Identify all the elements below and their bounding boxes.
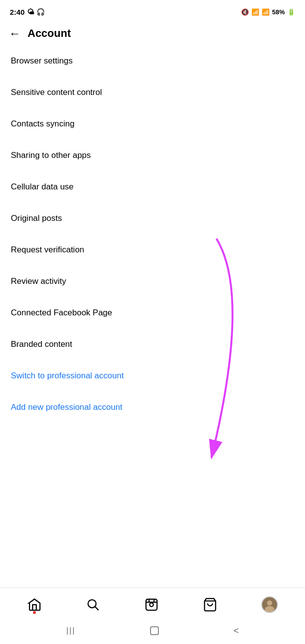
mute-icon: 🔇	[241, 8, 249, 16]
android-back-button[interactable]: <	[234, 626, 239, 636]
svg-rect-12	[151, 627, 158, 635]
nav-profile[interactable]	[261, 596, 278, 613]
nav-reels[interactable]	[144, 597, 159, 612]
menu-item-switch-professional[interactable]: Switch to professional account	[0, 360, 305, 392]
page-title: Account	[28, 27, 71, 40]
menu-item-connected-facebook[interactable]: Connected Facebook Page	[0, 297, 305, 329]
search-icon	[86, 597, 100, 612]
status-icons: 🔇 📶 📶 58% 🔋	[241, 8, 295, 16]
menu-item-add-professional[interactable]: Add new professional account	[0, 392, 305, 423]
menu-item-label-cellular-data: Cellular data use	[11, 182, 74, 191]
battery-text: 58%	[272, 8, 285, 16]
page-header: ← Account	[0, 22, 305, 45]
menu-item-sharing-other-apps[interactable]: Sharing to other apps	[0, 140, 305, 171]
nav-home[interactable]	[27, 597, 42, 612]
menu-item-label-browser-settings: Browser settings	[11, 56, 73, 65]
android-nav-bar: ||| <	[0, 619, 305, 644]
menu-item-review-activity[interactable]: Review activity	[0, 266, 305, 297]
menu-list: Browser settingsSensitive content contro…	[0, 45, 305, 423]
android-recent-button[interactable]: |||	[66, 626, 75, 635]
svg-point-10	[267, 600, 273, 606]
profile-avatar	[261, 596, 278, 613]
nav-icons-row	[0, 588, 305, 619]
menu-item-label-review-activity: Review activity	[11, 276, 66, 286]
status-bar: 2:40 🌤 🎧 🔇 📶 📶 58% 🔋	[0, 0, 305, 22]
nav-shop[interactable]	[203, 597, 217, 612]
menu-item-request-verification[interactable]: Request verification	[0, 234, 305, 266]
battery-icon: 🔋	[287, 8, 295, 16]
menu-item-label-connected-facebook: Connected Facebook Page	[11, 308, 112, 317]
status-time: 2:40 🌤 🎧	[10, 8, 45, 16]
menu-item-sensitive-content[interactable]: Sensitive content control	[0, 77, 305, 108]
menu-item-label-switch-professional: Switch to professional account	[11, 371, 124, 380]
reels-icon	[144, 597, 159, 612]
menu-item-label-sharing-other-apps: Sharing to other apps	[11, 151, 91, 160]
menu-item-original-posts[interactable]: Original posts	[0, 203, 305, 234]
menu-item-cellular-data[interactable]: Cellular data use	[0, 171, 305, 203]
menu-item-label-branded-content: Branded content	[11, 339, 72, 349]
menu-item-contacts-syncing[interactable]: Contacts syncing	[0, 108, 305, 140]
menu-item-browser-settings[interactable]: Browser settings	[0, 45, 305, 77]
svg-point-4	[150, 603, 153, 607]
svg-point-11	[265, 606, 274, 613]
svg-point-1	[88, 600, 96, 608]
bottom-navigation: ||| <	[0, 587, 305, 644]
wifi-icon: 📶	[251, 8, 259, 16]
menu-item-label-sensitive-content: Sensitive content control	[11, 88, 102, 97]
menu-item-label-request-verification: Request verification	[11, 245, 84, 254]
svg-line-2	[95, 607, 98, 610]
home-icon	[27, 597, 42, 612]
nav-search[interactable]	[86, 597, 100, 612]
menu-item-branded-content[interactable]: Branded content	[0, 329, 305, 360]
shop-icon	[203, 597, 217, 612]
home-notification-dot	[33, 611, 36, 614]
menu-item-label-original-posts: Original posts	[11, 214, 62, 223]
back-button[interactable]: ←	[9, 27, 21, 40]
android-home-button[interactable]	[149, 625, 160, 636]
menu-item-label-add-professional: Add new professional account	[11, 402, 122, 412]
menu-item-label-contacts-syncing: Contacts syncing	[11, 119, 74, 128]
signal-icon: 📶	[262, 8, 270, 16]
svg-rect-3	[146, 599, 157, 611]
